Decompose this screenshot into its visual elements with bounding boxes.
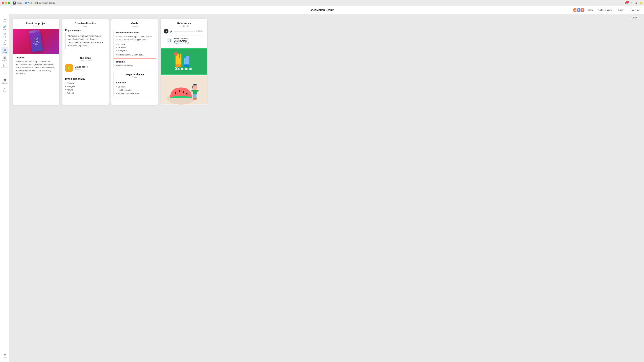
- sidebar-item-column[interactable]: ▥ Column: [1, 55, 8, 62]
- technical-deliverables-card: Technical deliverables 30 second motion …: [114, 29, 156, 69]
- draw-label: Draw: [3, 90, 6, 92]
- todo-icon: ☑: [4, 33, 6, 36]
- publish-share-button[interactable]: Publish & share ▾: [596, 8, 615, 12]
- sound-info: Sound sample: Bearclaw.mp3 Download · 4.…: [174, 37, 201, 44]
- personality-item-3: Colorful: [65, 92, 106, 95]
- add-image-icon: 🖼: [3, 79, 6, 82]
- work-dot: [25, 2, 27, 4]
- svg-rect-19: [193, 90, 197, 95]
- technical-deliverables-body: Technical deliverables 30 second motion …: [114, 29, 156, 58]
- play-icon: ▶: [166, 30, 167, 32]
- volume-icon[interactable]: 🔉: [170, 30, 173, 32]
- board-icon: ⊞: [4, 48, 6, 51]
- minimize-button[interactable]: [5, 2, 7, 4]
- play-button[interactable]: ▶: [164, 29, 168, 33]
- maximize-button[interactable]: [8, 2, 10, 4]
- close-button[interactable]: [2, 2, 4, 4]
- sidebar-item-link[interactable]: 🔗 Link: [1, 24, 8, 31]
- about-project-subtitle: 2 cards: [16, 25, 56, 27]
- export-button[interactable]: Export ▾: [617, 8, 628, 12]
- breadcrumb-work[interactable]: Work: [25, 2, 32, 4]
- editors-chevron-icon: ▾: [593, 9, 594, 11]
- sommer-image: Sommer: [161, 48, 208, 75]
- technical-deliverables-title: Technical deliverables: [116, 31, 154, 34]
- topbar-right: A B C Editors ▾ Publish & share ▾ Export…: [573, 8, 641, 12]
- audience-title: Audience: [116, 81, 154, 84]
- project-image: FruitFizz WILD BERRYSODA: [13, 29, 60, 54]
- sidebar-item-add-image[interactable]: 🖼 Add image: [1, 78, 8, 85]
- unsorted-badge[interactable]: 0 Unsorted: [628, 16, 641, 19]
- sound-download-info: Download · 4.5 MB: [174, 42, 201, 44]
- audio-player[interactable]: ▶ 🔉 0:00 / 4:41: [164, 29, 204, 33]
- audience-body: Audience 16-40yrs Health conscious Femal…: [114, 79, 156, 97]
- creative-direction-header: Creative direction 1 card: [62, 19, 109, 29]
- about-project-header: About the project 2 cards: [13, 19, 60, 29]
- target-audience-title: Target Audience: [116, 73, 154, 76]
- brand-personality-title: Brand personality: [65, 77, 106, 80]
- brand-assets-row[interactable]: 🍐 Brand assets 4 cards: [62, 62, 109, 75]
- about-project-title: About the project: [16, 22, 56, 25]
- breadcrumb-separator: ›: [24, 2, 24, 4]
- audience-item-0: 16-40yrs: [116, 85, 154, 88]
- references-title: References: [164, 22, 204, 25]
- audience-item-2: Female 65%, Male 35%: [116, 92, 154, 95]
- sidebar-item-note[interactable]: ☰ Note: [1, 16, 8, 23]
- sidebar-item-todo[interactable]: ☑ To-do: [1, 31, 8, 39]
- brand-assets-info: Brand assets 4 cards: [75, 65, 88, 70]
- sidebar-item-draw[interactable]: ✏ Draw: [1, 85, 8, 93]
- notification-bell-icon[interactable]: 🔔: [639, 2, 642, 4]
- timeline-title: Timeline: [116, 60, 154, 63]
- svg-point-1: [626, 3, 627, 4]
- audience-list: 16-40yrs Health conscious Female 65%, Ma…: [116, 85, 154, 95]
- personality-item-0: Friendly: [65, 81, 106, 85]
- about-project-card: About the project 2 cards FruitFizz WILD…: [13, 19, 60, 105]
- sidebar-item-trash[interactable]: 🗑 Trash: [1, 352, 8, 360]
- sound-file-row: 🎵 Sound sample: Bearclaw.mp3 Download · …: [164, 35, 204, 46]
- can-top: [29, 29, 40, 33]
- brief-label: Brief Motion Design: [37, 2, 55, 4]
- sidebar-item-comment[interactable]: 💬 Comment: [1, 62, 8, 70]
- breadcrumb-brief[interactable]: Brief Motion Design: [35, 2, 55, 4]
- sidebar-item-board[interactable]: ⊞ Board: [1, 47, 8, 54]
- topbar: Brief Motion Design A B C Editors ▾ Publ…: [0, 6, 644, 14]
- personality-item-2: Natural: [65, 88, 106, 92]
- goals-header: Goals 2 cards: [112, 19, 158, 29]
- sidebar-item-line[interactable]: ╱ Line: [1, 39, 8, 47]
- editors-label: Editors: [586, 9, 593, 11]
- zoom-out-button[interactable]: Zoom out: [629, 8, 641, 12]
- brand-assets-title: Brand assets: [75, 65, 88, 68]
- main-layout: ☰ Note 🔗 Link ☑ To-do ╱ Line ⊞ Board ▥ C…: [0, 14, 644, 362]
- draw-icon: ✏: [4, 87, 6, 90]
- svg-point-6: [174, 52, 178, 56]
- personality-item-1: Energetic: [65, 85, 106, 88]
- audio-progress-bar[interactable]: [174, 31, 195, 31]
- brand-subtitle: 1 board, 1 card: [65, 60, 106, 62]
- purpose-text: Fruit Fizz are launching 3 new summer fl…: [16, 60, 56, 75]
- svg-rect-22: [191, 90, 193, 92]
- sidebar-item-more[interactable]: ···: [1, 70, 8, 77]
- note-icon: ☰: [4, 17, 6, 20]
- avatar-3: C: [580, 8, 585, 12]
- target-audience-header: Target Audience 1 card: [114, 71, 156, 79]
- brand-section: The brand 1 board, 1 card: [62, 54, 109, 62]
- trash-label: Trash: [3, 357, 6, 359]
- publish-chevron-icon: ▾: [612, 9, 613, 11]
- brand-personality-section: Brand personality Friendly Energetic Nat…: [62, 75, 109, 97]
- timeline-text: March 31st delivery: [116, 64, 154, 67]
- work-label: Work: [28, 2, 32, 4]
- brand-icon: 🍐: [65, 64, 73, 72]
- goals-subtitle: 2 cards: [114, 25, 155, 27]
- platform-youtube: Youtube: [116, 43, 154, 46]
- canvas[interactable]: 0 Unsorted About the project 2 cards Fru…: [10, 14, 644, 362]
- breadcrumb-home[interactable]: Home: [17, 2, 22, 4]
- search-icon[interactable]: 🔍: [634, 2, 637, 4]
- zoom-out-label: Zoom out: [631, 9, 640, 11]
- svg-rect-21: [195, 94, 196, 99]
- download-link[interactable]: Download: [174, 42, 182, 44]
- svg-rect-20: [193, 94, 195, 99]
- help-icon[interactable]: ?: [630, 2, 632, 4]
- editors-button[interactable]: Editors ▾: [586, 9, 594, 11]
- svg-rect-5: [179, 50, 180, 58]
- goals-title: Goals: [114, 22, 155, 25]
- tablet-icon[interactable]: 21: [625, 2, 628, 4]
